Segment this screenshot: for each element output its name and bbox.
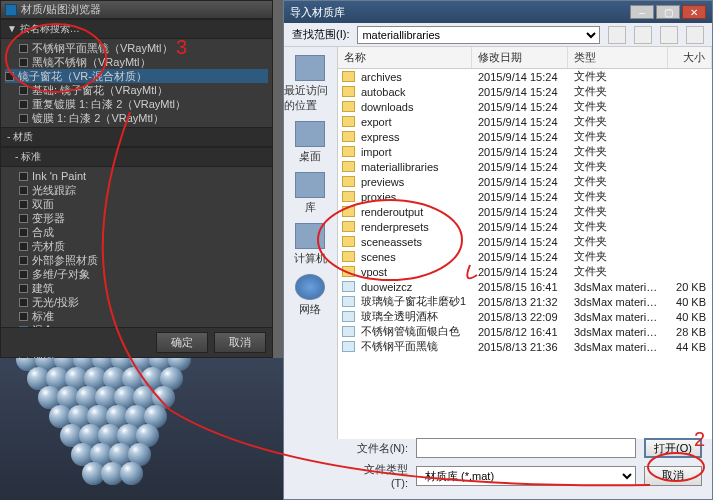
tree-item[interactable]: 黑镜不锈钢（VRayMtl）: [5, 55, 268, 69]
place-icon: [295, 223, 325, 249]
view-button[interactable]: [686, 26, 704, 44]
places-item[interactable]: 最近访问的位置: [284, 51, 337, 117]
file-row[interactable]: downloads2015/9/14 15:24文件夹: [338, 99, 712, 114]
material-swatch-icon: [19, 44, 28, 53]
file-row[interactable]: import2015/9/14 15:24文件夹: [338, 144, 712, 159]
tree-label: 变形器: [32, 211, 65, 226]
maximize-button[interactable]: ▢: [656, 5, 680, 19]
tree-item[interactable]: 变形器: [5, 211, 268, 225]
close-button[interactable]: ✕: [682, 5, 706, 19]
tree-item[interactable]: 无光/投影: [5, 295, 268, 309]
file-type: 3dsMax material li...: [568, 281, 668, 293]
tree-item[interactable]: 镀膜 1: 白漆 2（VRayMtl）: [5, 111, 268, 125]
tree-label: 合成: [32, 225, 54, 240]
file-size: 44 KB: [668, 341, 712, 353]
material-swatch-icon: [19, 270, 28, 279]
tree-item[interactable]: 重复镀膜 1: 白漆 2（VRayMtl）: [5, 97, 268, 111]
cancel-button[interactable]: 取消: [214, 332, 266, 353]
up-button[interactable]: [634, 26, 652, 44]
file-row[interactable]: materiallibraries2015/9/14 15:24文件夹: [338, 159, 712, 174]
filetype-select[interactable]: 材质库 (*.mat): [416, 466, 636, 486]
material-swatch-icon: [19, 200, 28, 209]
left-titlebar[interactable]: 材质/贴图浏览器: [1, 1, 272, 19]
tree-item[interactable]: 不锈钢平面黑镜（VRayMtl）: [5, 41, 268, 55]
file-date: 2015/9/14 15:24: [472, 101, 568, 113]
file-row[interactable]: renderpresets2015/9/14 15:24文件夹: [338, 219, 712, 234]
places-item[interactable]: 计算机: [284, 219, 337, 270]
file-icon: [342, 281, 355, 292]
tree-item[interactable]: 双面: [5, 197, 268, 211]
newfolder-button[interactable]: [660, 26, 678, 44]
file-row[interactable]: previews2015/9/14 15:24文件夹: [338, 174, 712, 189]
file-name: sceneassets: [355, 236, 472, 248]
col-size[interactable]: 大小: [668, 47, 712, 68]
file-row[interactable]: autoback2015/9/14 15:24文件夹: [338, 84, 712, 99]
tree-label: 外部参照材质: [32, 253, 98, 268]
file-icon: [342, 311, 355, 322]
folder-icon: [342, 221, 355, 232]
places-item[interactable]: 网络: [284, 270, 337, 321]
tree-item[interactable]: 镜子窗花（VR-混合材质）: [5, 69, 268, 83]
file-row[interactable]: scenes2015/9/14 15:24文件夹: [338, 249, 712, 264]
folder-icon: [342, 131, 355, 142]
col-date[interactable]: 修改日期: [472, 47, 568, 68]
minimize-button[interactable]: –: [630, 5, 654, 19]
file-name: scenes: [355, 251, 472, 263]
file-row[interactable]: sceneassets2015/9/14 15:24文件夹: [338, 234, 712, 249]
materials-header[interactable]: - 材质: [1, 127, 272, 147]
path-select[interactable]: materiallibraries: [357, 26, 600, 44]
cancel-open-button[interactable]: 取消: [644, 466, 702, 486]
ok-button[interactable]: 确定: [156, 332, 208, 353]
tree-item[interactable]: 多维/子对象: [5, 267, 268, 281]
back-button[interactable]: [608, 26, 626, 44]
file-list-header[interactable]: 名称 修改日期 类型 大小: [338, 47, 712, 69]
tree-item[interactable]: 光线跟踪: [5, 183, 268, 197]
folder-icon: [342, 71, 355, 82]
file-list[interactable]: archives2015/9/14 15:24文件夹autoback2015/9…: [338, 69, 712, 439]
dialog-title: 导入材质库: [290, 5, 345, 20]
file-row[interactable]: export2015/9/14 15:24文件夹: [338, 114, 712, 129]
file-row[interactable]: 玻璃全透明酒杯2015/8/13 22:093dsMax material li…: [338, 309, 712, 324]
folder-icon: [342, 266, 355, 277]
file-row[interactable]: duoweizcz2015/8/15 16:413dsMax material …: [338, 279, 712, 294]
standard-header[interactable]: - 标准: [1, 147, 272, 167]
file-row[interactable]: archives2015/9/14 15:24文件夹: [338, 69, 712, 84]
tree-item[interactable]: 外部参照材质: [5, 253, 268, 267]
file-type: 文件夹: [568, 234, 668, 249]
file-row[interactable]: renderoutput2015/9/14 15:24文件夹: [338, 204, 712, 219]
places-sidebar: 最近访问的位置桌面库计算机网络: [284, 47, 338, 439]
col-type[interactable]: 类型: [568, 47, 668, 68]
place-icon: [295, 172, 325, 198]
file-row[interactable]: 玻璃镜子窗花非磨砂12015/8/13 21:323dsMax material…: [338, 294, 712, 309]
open-button[interactable]: 打开(O): [644, 438, 702, 458]
tree-item[interactable]: 合成: [5, 225, 268, 239]
place-label: 最近访问的位置: [284, 83, 337, 113]
tree-item[interactable]: 标准: [5, 309, 268, 323]
tree-item[interactable]: 壳材质: [5, 239, 268, 253]
dialog-titlebar[interactable]: 导入材质库 – ▢ ✕: [284, 1, 712, 23]
places-item[interactable]: 库: [284, 168, 337, 219]
filename-input[interactable]: [416, 438, 636, 458]
file-name: proxies: [355, 191, 472, 203]
viewport-3d[interactable]: [0, 358, 283, 500]
tree-item[interactable]: 建筑: [5, 281, 268, 295]
file-date: 2015/9/14 15:24: [472, 251, 568, 263]
tree-item[interactable]: Ink 'n Paint: [5, 169, 268, 183]
col-name[interactable]: 名称: [338, 47, 472, 68]
material-swatch-icon: [19, 242, 28, 251]
file-icon: [342, 296, 355, 307]
file-date: 2015/8/15 16:41: [472, 281, 568, 293]
file-row[interactable]: proxies2015/9/14 15:24文件夹: [338, 189, 712, 204]
tree-item[interactable]: 基础: 镜子窗花（VRayMtl）: [5, 83, 268, 97]
file-date: 2015/9/14 15:24: [472, 71, 568, 83]
file-row[interactable]: 不锈钢管镜面银白色2015/8/12 16:413dsMax material …: [338, 324, 712, 339]
places-item[interactable]: 桌面: [284, 117, 337, 168]
file-icon: [342, 326, 355, 337]
file-name: 玻璃全透明酒杯: [355, 309, 472, 324]
file-row[interactable]: vpost2015/9/14 15:24文件夹: [338, 264, 712, 279]
file-name: import: [355, 146, 472, 158]
search-header[interactable]: ▼ 按名称搜索…: [1, 19, 272, 39]
file-row[interactable]: 不锈钢平面黑镜2015/8/13 21:363dsMax material li…: [338, 339, 712, 354]
file-row[interactable]: express2015/9/14 15:24文件夹: [338, 129, 712, 144]
file-type: 文件夹: [568, 159, 668, 174]
